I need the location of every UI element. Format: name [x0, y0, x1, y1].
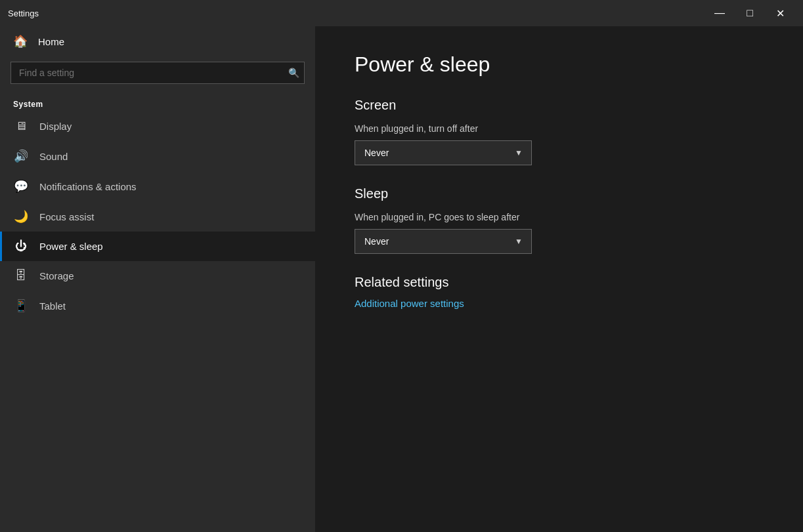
screen-pluggedin-label: When plugged in, turn off after	[355, 123, 764, 134]
home-icon: 🏠	[13, 34, 28, 49]
title-controls: — □ ✕	[705, 0, 795, 26]
minimize-button[interactable]: —	[705, 0, 735, 26]
screen-section-title: Screen	[355, 98, 764, 113]
display-icon: 🖥	[13, 119, 29, 133]
related-section: Related settings Additional power settin…	[355, 275, 764, 310]
sleep-pluggedin-dropdown[interactable]: Never 1 minute 2 minutes 3 minutes 5 min…	[355, 229, 532, 254]
storage-icon: 🗄	[13, 269, 29, 283]
sidebar-item-display-label: Display	[39, 121, 72, 132]
sidebar-item-power-label: Power & sleep	[39, 241, 103, 252]
home-label: Home	[38, 36, 64, 47]
tablet-icon: 📱	[13, 298, 29, 313]
sidebar-item-power[interactable]: ⏻ Power & sleep	[0, 232, 315, 261]
sidebar-item-sound-label: Sound	[39, 151, 68, 162]
search-container: 🔍	[0, 56, 315, 94]
title-bar: Settings — □ ✕	[0, 0, 803, 26]
sidebar-item-focus-label: Focus assist	[39, 211, 94, 222]
sidebar-item-notifications-label: Notifications & actions	[39, 181, 137, 192]
page-title: Power & sleep	[355, 52, 764, 77]
app-title: Settings	[8, 9, 39, 18]
content-area: Power & sleep Screen When plugged in, tu…	[315, 26, 803, 532]
sleep-section: Sleep When plugged in, PC goes to sleep …	[355, 186, 764, 254]
sidebar-item-sound[interactable]: 🔊 Sound	[0, 141, 315, 171]
sleep-pluggedin-label: When plugged in, PC goes to sleep after	[355, 212, 764, 222]
title-bar-left: Settings	[8, 9, 39, 18]
maximize-button[interactable]: □	[735, 0, 765, 26]
screen-pluggedin-dropdown[interactable]: Never 1 minute 2 minutes 3 minutes 5 min…	[355, 140, 532, 165]
sound-icon: 🔊	[13, 149, 29, 163]
additional-power-settings-link[interactable]: Additional power settings	[355, 298, 464, 309]
sleep-section-title: Sleep	[355, 186, 764, 201]
screen-pluggedin-dropdown-wrapper: Never 1 minute 2 minutes 3 minutes 5 min…	[355, 140, 532, 165]
search-input[interactable]	[11, 62, 305, 84]
focus-icon: 🌙	[13, 209, 29, 224]
sidebar-item-home[interactable]: 🏠 Home	[0, 26, 315, 56]
sidebar-item-display[interactable]: 🖥 Display	[0, 112, 315, 141]
related-section-title: Related settings	[355, 275, 764, 290]
close-button[interactable]: ✕	[765, 0, 795, 26]
sidebar-item-storage[interactable]: 🗄 Storage	[0, 261, 315, 291]
power-icon: ⏻	[13, 239, 29, 253]
notifications-icon: 💬	[13, 179, 29, 194]
search-icon[interactable]: 🔍	[288, 68, 299, 78]
sidebar-item-storage-label: Storage	[39, 270, 74, 281]
sleep-pluggedin-dropdown-wrapper: Never 1 minute 2 minutes 3 minutes 5 min…	[355, 229, 532, 254]
screen-section: Screen When plugged in, turn off after N…	[355, 98, 764, 165]
search-wrapper: 🔍	[11, 62, 305, 84]
main-layout: 🏠 Home 🔍 System 🖥 Display 🔊 Sound 💬 Noti…	[0, 26, 803, 532]
sidebar-section-label: System	[0, 94, 315, 112]
sidebar-item-focus[interactable]: 🌙 Focus assist	[0, 201, 315, 232]
sidebar: 🏠 Home 🔍 System 🖥 Display 🔊 Sound 💬 Noti…	[0, 26, 315, 532]
sidebar-item-tablet-label: Tablet	[39, 300, 66, 312]
sidebar-item-notifications[interactable]: 💬 Notifications & actions	[0, 171, 315, 201]
sidebar-item-tablet[interactable]: 📱 Tablet	[0, 291, 315, 321]
